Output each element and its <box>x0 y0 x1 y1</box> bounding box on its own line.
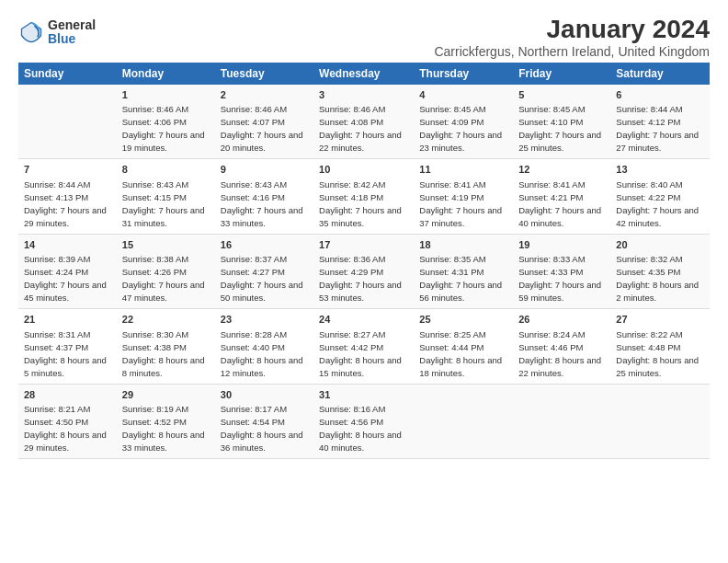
day-cell: 16 Sunrise: 8:37 AMSunset: 4:27 PMDaylig… <box>215 234 313 308</box>
calendar-page: General Blue January 2024 Carrickfergus,… <box>0 0 728 563</box>
day-cell: 29 Sunrise: 8:19 AMSunset: 4:52 PMDaylig… <box>117 384 215 458</box>
day-info: Sunrise: 8:42 AMSunset: 4:18 PMDaylight:… <box>319 179 402 228</box>
day-cell: 20 Sunrise: 8:32 AMSunset: 4:35 PMDaylig… <box>610 234 710 308</box>
day-cell: 28 Sunrise: 8:21 AMSunset: 4:50 PMDaylig… <box>18 384 117 458</box>
day-info: Sunrise: 8:25 AMSunset: 4:44 PMDaylight:… <box>419 329 502 378</box>
day-info: Sunrise: 8:39 AMSunset: 4:24 PMDaylight:… <box>24 254 107 303</box>
day-number: 7 <box>24 163 111 177</box>
day-number: 4 <box>419 88 507 102</box>
day-info: Sunrise: 8:44 AMSunset: 4:13 PMDaylight:… <box>24 179 107 228</box>
day-cell: 25 Sunrise: 8:25 AMSunset: 4:44 PMDaylig… <box>414 309 513 384</box>
day-number: 1 <box>122 88 210 102</box>
day-cell: 24 Sunrise: 8:27 AMSunset: 4:42 PMDaylig… <box>313 309 414 384</box>
logo-text: General Blue <box>48 18 96 47</box>
day-info: Sunrise: 8:22 AMSunset: 4:48 PMDaylight:… <box>616 329 699 378</box>
day-info: Sunrise: 8:30 AMSunset: 4:38 PMDaylight:… <box>122 329 205 378</box>
day-number: 9 <box>221 163 308 177</box>
day-number: 21 <box>24 313 111 327</box>
day-info: Sunrise: 8:31 AMSunset: 4:37 PMDaylight:… <box>24 329 107 378</box>
day-info: Sunrise: 8:16 AMSunset: 4:56 PMDaylight:… <box>319 404 402 453</box>
day-cell <box>18 85 117 159</box>
day-cell: 5 Sunrise: 8:45 AMSunset: 4:10 PMDayligh… <box>513 85 610 159</box>
day-number: 22 <box>122 313 210 327</box>
day-number: 2 <box>221 88 308 102</box>
header-monday: Monday <box>117 63 215 85</box>
day-number: 6 <box>616 88 704 102</box>
day-info: Sunrise: 8:43 AMSunset: 4:16 PMDaylight:… <box>221 179 303 228</box>
day-number: 12 <box>518 163 605 177</box>
day-cell: 13 Sunrise: 8:40 AMSunset: 4:22 PMDaylig… <box>610 159 710 234</box>
day-number: 26 <box>518 313 605 327</box>
day-info: Sunrise: 8:44 AMSunset: 4:12 PMDaylight:… <box>616 104 699 153</box>
main-title: January 2024 <box>434 15 710 44</box>
day-cell <box>513 384 610 458</box>
day-cell: 9 Sunrise: 8:43 AMSunset: 4:16 PMDayligh… <box>215 159 313 234</box>
day-info: Sunrise: 8:45 AMSunset: 4:10 PMDaylight:… <box>518 104 601 153</box>
day-info: Sunrise: 8:40 AMSunset: 4:22 PMDaylight:… <box>616 179 699 228</box>
header-wednesday: Wednesday <box>313 63 414 85</box>
day-info: Sunrise: 8:33 AMSunset: 4:33 PMDaylight:… <box>518 254 601 303</box>
page-header: General Blue January 2024 Carrickfergus,… <box>18 15 710 59</box>
day-info: Sunrise: 8:24 AMSunset: 4:46 PMDaylight:… <box>518 329 601 378</box>
day-info: Sunrise: 8:43 AMSunset: 4:15 PMDaylight:… <box>122 179 205 228</box>
day-info: Sunrise: 8:17 AMSunset: 4:54 PMDaylight:… <box>221 404 303 453</box>
subtitle: Carrickfergus, Northern Ireland, United … <box>434 44 710 59</box>
day-cell: 23 Sunrise: 8:28 AMSunset: 4:40 PMDaylig… <box>215 309 313 384</box>
day-cell: 26 Sunrise: 8:24 AMSunset: 4:46 PMDaylig… <box>513 309 610 384</box>
day-cell: 30 Sunrise: 8:17 AMSunset: 4:54 PMDaylig… <box>215 384 313 458</box>
day-info: Sunrise: 8:35 AMSunset: 4:31 PMDaylight:… <box>419 254 502 303</box>
day-cell: 12 Sunrise: 8:41 AMSunset: 4:21 PMDaylig… <box>513 159 610 234</box>
day-number: 30 <box>221 388 308 402</box>
day-info: Sunrise: 8:45 AMSunset: 4:09 PMDaylight:… <box>419 104 502 153</box>
day-info: Sunrise: 8:41 AMSunset: 4:19 PMDaylight:… <box>419 179 502 228</box>
day-cell: 11 Sunrise: 8:41 AMSunset: 4:19 PMDaylig… <box>414 159 513 234</box>
day-cell: 7 Sunrise: 8:44 AMSunset: 4:13 PMDayligh… <box>18 159 117 234</box>
day-info: Sunrise: 8:21 AMSunset: 4:50 PMDaylight:… <box>24 404 107 453</box>
day-cell <box>610 384 710 458</box>
day-number: 28 <box>24 388 111 402</box>
day-number: 15 <box>122 238 210 252</box>
day-number: 16 <box>221 238 308 252</box>
logo: General Blue <box>18 18 96 47</box>
day-info: Sunrise: 8:38 AMSunset: 4:26 PMDaylight:… <box>122 254 205 303</box>
day-number: 18 <box>419 238 507 252</box>
day-number: 8 <box>122 163 210 177</box>
day-info: Sunrise: 8:46 AMSunset: 4:07 PMDaylight:… <box>221 104 303 153</box>
header-saturday: Saturday <box>610 63 710 85</box>
day-info: Sunrise: 8:41 AMSunset: 4:21 PMDaylight:… <box>518 179 601 228</box>
day-number: 25 <box>419 313 507 327</box>
logo-icon <box>18 19 44 45</box>
day-info: Sunrise: 8:32 AMSunset: 4:35 PMDaylight:… <box>616 254 699 303</box>
day-number: 3 <box>319 88 408 102</box>
header-friday: Friday <box>513 63 610 85</box>
day-cell: 15 Sunrise: 8:38 AMSunset: 4:26 PMDaylig… <box>117 234 215 308</box>
calendar-table: Sunday Monday Tuesday Wednesday Thursday… <box>18 63 710 459</box>
day-number: 23 <box>221 313 308 327</box>
day-cell: 19 Sunrise: 8:33 AMSunset: 4:33 PMDaylig… <box>513 234 610 308</box>
header-thursday: Thursday <box>414 63 513 85</box>
day-info: Sunrise: 8:46 AMSunset: 4:08 PMDaylight:… <box>319 104 402 153</box>
title-block: January 2024 Carrickfergus, Northern Ire… <box>434 15 710 59</box>
day-cell: 21 Sunrise: 8:31 AMSunset: 4:37 PMDaylig… <box>18 309 117 384</box>
day-cell: 31 Sunrise: 8:16 AMSunset: 4:56 PMDaylig… <box>313 384 414 458</box>
logo-general: General <box>48 18 96 32</box>
day-cell: 3 Sunrise: 8:46 AMSunset: 4:08 PMDayligh… <box>313 85 414 159</box>
header-sunday: Sunday <box>18 63 117 85</box>
day-cell: 2 Sunrise: 8:46 AMSunset: 4:07 PMDayligh… <box>215 85 313 159</box>
day-number: 5 <box>518 88 605 102</box>
day-cell: 18 Sunrise: 8:35 AMSunset: 4:31 PMDaylig… <box>414 234 513 308</box>
day-cell <box>414 384 513 458</box>
logo-blue: Blue <box>48 32 96 46</box>
day-number: 19 <box>518 238 605 252</box>
day-number: 10 <box>319 163 408 177</box>
day-info: Sunrise: 8:19 AMSunset: 4:52 PMDaylight:… <box>122 404 205 453</box>
day-info: Sunrise: 8:46 AMSunset: 4:06 PMDaylight:… <box>122 104 205 153</box>
week-row-1: 1 Sunrise: 8:46 AMSunset: 4:06 PMDayligh… <box>18 85 710 159</box>
day-number: 13 <box>616 163 704 177</box>
day-number: 31 <box>319 388 408 402</box>
day-cell: 14 Sunrise: 8:39 AMSunset: 4:24 PMDaylig… <box>18 234 117 308</box>
header-row: Sunday Monday Tuesday Wednesday Thursday… <box>18 63 710 85</box>
week-row-2: 7 Sunrise: 8:44 AMSunset: 4:13 PMDayligh… <box>18 159 710 234</box>
day-number: 27 <box>616 313 704 327</box>
day-number: 29 <box>122 388 210 402</box>
